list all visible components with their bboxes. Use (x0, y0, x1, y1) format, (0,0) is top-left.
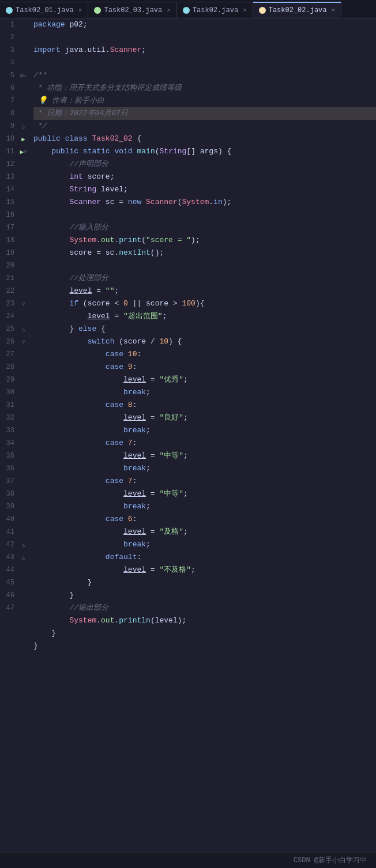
tab-task02-02[interactable]: Task02_02.java × (253, 2, 341, 18)
code-line-46: } (33, 627, 376, 640)
tab-close-4[interactable]: × (332, 7, 336, 14)
tab-label-2: Task02_03.java (104, 6, 162, 14)
code-line-37: case 6 : (33, 513, 376, 526)
code-line-47: } (33, 640, 376, 652)
code-line-36b: break ; (33, 500, 376, 513)
code-line-14: String level; (33, 183, 376, 196)
code-line-39: break ; (33, 538, 376, 551)
code-line-41: level = "不及格" ; (33, 564, 376, 576)
code-line-18: System . out . print ( "score = " ); (33, 234, 376, 247)
gutter-row-22: 22 (0, 285, 29, 297)
tab-close-2[interactable]: × (167, 7, 171, 14)
line-number-gutter: 1 2 3 4 5 ≡ ▷ 6 (0, 18, 29, 852)
code-line-31: case 8 : (33, 399, 376, 412)
line-num-10: 10 (0, 133, 18, 145)
code-line-25: } else { (33, 323, 376, 335)
code-line-8: * 日期：2022年04月07日 (33, 107, 376, 120)
line-num-12: 12 (0, 158, 18, 171)
code-line-19: score = sc. nextInt (); (33, 247, 376, 259)
code-line-11: public static void main ( String [] args… (33, 145, 376, 158)
line-num-8: 8 (0, 107, 18, 120)
gutter-row-36: 36 (0, 462, 29, 475)
line-num-2: 2 (0, 31, 18, 44)
code-line-16 (33, 209, 376, 221)
line-num-1: 1 (0, 18, 18, 31)
gutter-row-28: 28 (0, 361, 29, 373)
collapse-icon-25[interactable]: △ (22, 326, 25, 333)
gutter-row-41: 41 (0, 526, 29, 538)
tab-task02-01[interactable]: Task02_01.java × (0, 2, 88, 18)
tab-icon-2 (94, 7, 101, 14)
collapse-end-icon-43[interactable]: △ (22, 554, 25, 561)
code-line-27: case 10 : (33, 348, 376, 361)
code-line-44: //输出部分 (33, 602, 376, 614)
line-num-7: 7 (0, 95, 18, 107)
code-line-22: level = "" ; (33, 285, 376, 297)
gutter-row-32: 32 (0, 412, 29, 424)
code-line-4 (33, 56, 376, 69)
gutter-row-46: 46 (0, 589, 29, 602)
gutter-row-7: 7 (0, 95, 29, 107)
code-line-1: package p02; (33, 18, 376, 31)
code-line-30: break ; (33, 386, 376, 399)
code-line-38: level = "及格" ; (33, 526, 376, 538)
line-num-11: 11 (0, 145, 18, 158)
gutter-row-40: 40 (0, 513, 29, 526)
tab-close-3[interactable]: × (243, 7, 247, 14)
tab-close-1[interactable]: × (78, 7, 82, 14)
code-line-36: break ; (33, 462, 376, 475)
gutter-row-35: 35 (0, 450, 29, 462)
tab-label-1: Task02_01.java (16, 6, 74, 14)
line-num-4: 4 (0, 56, 18, 69)
code-line-13: int score; (33, 171, 376, 183)
gutter-row-27: 27 (0, 348, 29, 361)
code-line-9: */ (33, 120, 376, 133)
tab-task02[interactable]: Task02.java × (177, 2, 253, 18)
collapse-icon-5[interactable]: ▷ (24, 73, 27, 79)
gutter-row-5: 5 ≡ ▷ (0, 69, 29, 82)
collapse-end-icon-42[interactable]: △ (22, 542, 25, 548)
gutter-row-3: 3 (0, 44, 29, 56)
run-icon-10[interactable]: ▶ (21, 135, 25, 143)
keyword-package: package (33, 18, 65, 31)
gutter-row-33: 33 (0, 424, 29, 437)
tab-icon-4 (259, 7, 266, 14)
code-line-15: Scanner sc = new Scanner ( System . in )… (33, 196, 376, 209)
gutter-row-12: 12 (0, 158, 29, 171)
collapse-icon-11[interactable]: ▽ (24, 149, 27, 155)
gutter-row-11: 11 ▶ ▽ (0, 145, 29, 158)
tab-task02-03[interactable]: Task02_03.java × (88, 2, 176, 18)
run-icon-11[interactable]: ▶ (20, 148, 24, 156)
gutter-row-43: 43 △ (0, 551, 29, 564)
collapse-icon-23[interactable]: ▽ (22, 301, 25, 307)
gutter-row-1: 1 (0, 18, 29, 31)
gutter-row-39: 39 (0, 500, 29, 513)
code-line-45: System . out . println (level); (33, 614, 376, 627)
gutter-row-25: 25 △ (0, 323, 29, 335)
code-line-10: public class Task02_02 { (33, 133, 376, 145)
collapse-end-icon-9[interactable]: △ (22, 123, 25, 130)
code-content[interactable]: package p02; import java.util.Scanner; /… (29, 18, 376, 852)
code-line-42: } (33, 576, 376, 589)
code-line-34b: case 7 : (33, 475, 376, 488)
tab-label-4: Task02_02.java (269, 6, 327, 14)
gutter-row-18: 18 (0, 234, 29, 247)
gutter-row-38: 38 (0, 488, 29, 500)
watermark-text: CSDN @新手小白学习中 (294, 855, 367, 865)
code-line-26: switch (score / 10 ) { (33, 335, 376, 348)
code-line-35b: level = "中等" ; (33, 488, 376, 500)
collapse-icon-26[interactable]: ▽ (22, 339, 25, 345)
gutter-row-8: 8 (0, 107, 29, 120)
code-line-23: if (score < 0 || score > 100 ){ (33, 297, 376, 310)
gutter-row-14: 14 (0, 183, 29, 196)
gutter-row-6: 6 (0, 82, 29, 95)
code-line-24: level = "超出范围" ; (33, 310, 376, 323)
code-line-32: level = "良好" ; (33, 412, 376, 424)
line-num-6: 6 (0, 82, 18, 95)
code-line-34: case 7 : (33, 437, 376, 450)
code-line-6: * 功能：用开关式多分支结构评定成绩等级 (33, 82, 376, 95)
code-line-12: //声明部分 (33, 158, 376, 171)
line-num-9: 9 (0, 120, 18, 133)
gutter-row-19: 19 (0, 247, 29, 259)
gutter-row-21: 21 (0, 272, 29, 285)
